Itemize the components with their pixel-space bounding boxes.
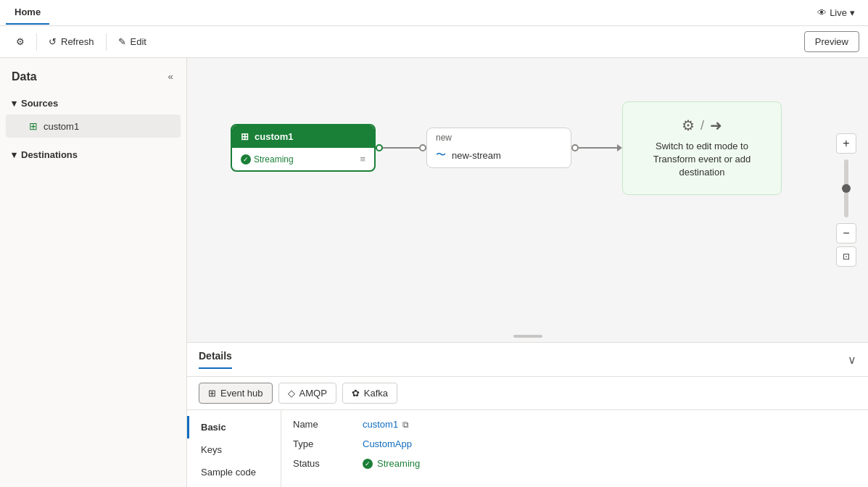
main-layout: Data « ▾ Sources ⊞ custom1 ▾ Destination… [0,58,868,487]
live-button[interactable]: 👁 Live ▾ [810,4,862,21]
drag-handle[interactable] [513,335,542,338]
chevron-down-icon: ▾ [12,98,17,109]
source-node-body: ✓ Streaming ≡ [232,148,374,170]
fit-icon: ⊡ [843,251,850,262]
streaming-badge: ✓ Streaming [241,154,294,165]
chevron-down-icon-dest: ▾ [12,149,17,160]
field-row-status: Status ✓ Streaming [293,455,856,472]
dest-icons: ⚙ / ➜ [682,117,722,134]
stream-node[interactable]: new 〜 new-stream [426,128,571,168]
tab-home[interactable]: Home [6,1,49,25]
details-tabs: ⊞ Event hub ◇ AMQP ✿ Kafka [187,377,868,410]
refresh-icon: ↺ [49,36,57,47]
canvas-main: ⊞ custom1 ✓ Streaming ≡ [187,58,868,342]
tab-kafka[interactable]: ✿ Kafka [342,383,397,404]
details-content: Basic Keys Sample code Name custom1 ⧉ [187,410,868,487]
gear-button[interactable]: ⚙ [9,32,32,51]
connector-line-2 [579,147,617,149]
source-node-header: ⊞ custom1 [232,125,374,148]
chevron-down-icon: ▾ [850,7,855,18]
stream-icon: 〜 [436,149,446,162]
field-label-type: Type [293,438,351,449]
field-value-type: CustomApp [363,438,412,449]
toolbar-separator-2 [106,33,107,51]
details-nav: Basic Keys Sample code [187,410,281,487]
stream-node-inner: 〜 new-stream [427,144,571,167]
nav-item-keys[interactable]: Keys [187,438,281,461]
toolbar-separator [36,33,37,51]
sidebar: Data « ▾ Sources ⊞ custom1 ▾ Destination… [0,58,187,487]
zoom-handle[interactable] [842,184,851,193]
sidebar-item-custom1[interactable]: ⊞ custom1 [6,115,181,138]
slash-sep: / [700,118,704,133]
details-header: Details ∨ [187,343,868,377]
field-value-status: ✓ Streaming [363,458,420,469]
eye-icon: 👁 [817,7,827,18]
zoom-controls: + − ⊡ [836,133,856,267]
tab-event-hub[interactable]: ⊞ Event hub [199,383,273,404]
dest-node[interactable]: ⚙ / ➜ Switch to edit mode to Transform e… [622,101,782,195]
amqp-icon: ◇ [288,388,295,399]
toolbar: ⚙ ↺ Refresh ✎ Edit Preview [0,26,868,58]
connector-2 [571,144,622,151]
copy-icon[interactable]: ⧉ [402,420,409,430]
preview-button[interactable]: Preview [804,31,859,52]
source-node-menu-icon: ≡ [360,154,365,165]
connector-1 [376,144,426,151]
zoom-fit-button[interactable]: ⊡ [836,246,856,267]
details-fields: Name custom1 ⧉ Type CustomApp Status [281,410,868,487]
connector-dot-3 [571,144,579,151]
canvas-area: ⊞ custom1 ✓ Streaming ≡ [187,58,868,487]
details-collapse-button[interactable]: ∨ [848,353,856,367]
nav-item-sample-code[interactable]: Sample code [187,461,281,483]
gear-icon: ⚙ [16,36,25,47]
event-hub-icon: ⊞ [208,388,216,399]
field-row-type: Type CustomApp [293,436,856,452]
refresh-button[interactable]: ↺ Refresh [41,32,102,51]
edit-button[interactable]: ✎ Edit [111,32,154,51]
sources-section-header[interactable]: ▾ Sources [0,92,186,115]
settings-icon: ⚙ [682,117,695,134]
source-node-icon: ⊞ [241,131,249,142]
dest-text: Switch to edit mode to Transform event o… [635,140,769,180]
field-row-name: Name custom1 ⧉ [293,416,856,433]
tab-amqp[interactable]: ◇ AMQP [278,383,336,404]
sidebar-title: Data [12,70,37,83]
connector-dot-1 [376,144,383,151]
status-check-icon: ✓ [363,459,373,469]
source-icon: ⊞ [29,120,38,132]
export-icon: ➜ [710,117,722,134]
streaming-check-icon: ✓ [241,154,251,165]
source-node[interactable]: ⊞ custom1 ✓ Streaming ≡ [231,124,376,172]
field-label-status: Status [293,458,351,469]
sidebar-header: Data « [0,58,186,89]
destinations-section: ▾ Destinations [0,141,186,169]
zoom-slider[interactable] [844,159,848,217]
field-label-name: Name [293,419,351,430]
details-title: Details [199,350,232,369]
kafka-icon: ✿ [352,388,360,399]
zoom-in-button[interactable]: + [836,133,856,154]
field-value-name: custom1 ⧉ [363,419,409,430]
connector-dot-2 [419,144,426,151]
arrow-icon [617,144,622,151]
nav-item-basic[interactable]: Basic [187,416,281,438]
sidebar-collapse-button[interactable]: « [167,70,175,83]
top-bar: Home 👁 Live ▾ [0,0,868,26]
flow-container: ⊞ custom1 ✓ Streaming ≡ [231,101,782,195]
destinations-section-header[interactable]: ▾ Destinations [0,143,186,166]
sources-section: ▾ Sources ⊞ custom1 [0,89,186,141]
edit-icon: ✎ [118,36,126,47]
connector-line-1 [383,147,419,149]
details-panel: Details ∨ ⊞ Event hub ◇ AMQP ✿ Kafka [187,342,868,487]
zoom-out-button[interactable]: − [836,223,856,244]
